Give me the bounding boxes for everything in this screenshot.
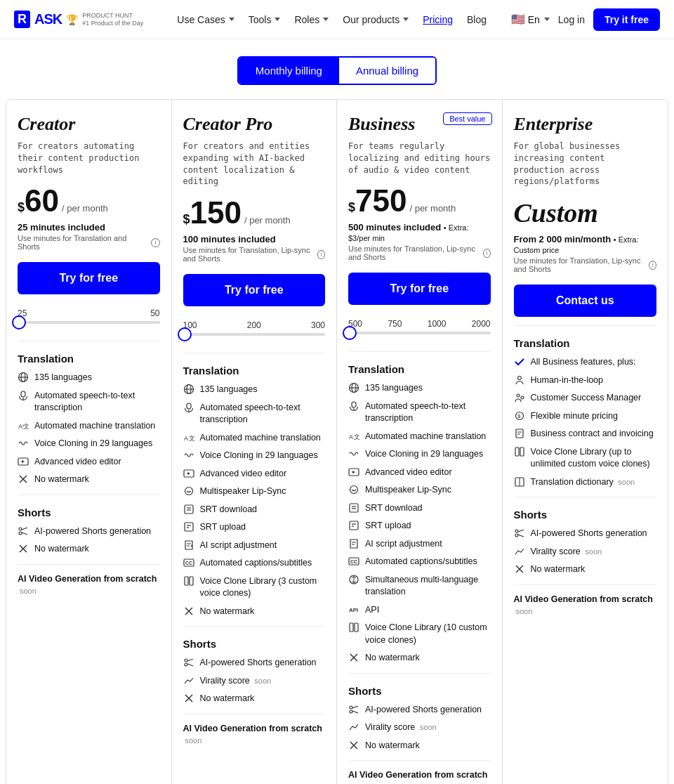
feature-label: AI-powered Shorts generation [200, 657, 317, 669]
feature-item: No watermark [348, 740, 491, 752]
feature-label: No watermark [531, 563, 586, 576]
feature-item: Virality score soon [514, 546, 657, 558]
svg-text:API: API [349, 607, 358, 613]
business-info-icon[interactable]: i [483, 249, 491, 258]
price-amount: 60 [25, 185, 59, 216]
feature-label: Voice Clone Library (3 custom voice clon… [200, 575, 326, 600]
voice-clone-icon [183, 450, 194, 461]
svg-rect-83 [516, 429, 523, 438]
svg-rect-49 [352, 402, 356, 407]
creator-slider-track[interactable] [18, 321, 160, 324]
feature-item: 135 languages [348, 382, 491, 395]
plan-business-price: $ 750 / per month [348, 185, 491, 216]
feature-item: No watermark [18, 473, 160, 486]
svg-line-43 [187, 664, 193, 666]
creator-pro-info-icon[interactable]: i [317, 250, 325, 259]
nav-products[interactable]: Our products [337, 10, 414, 30]
nav-blog[interactable]: Blog [461, 10, 492, 30]
manager-icon [514, 392, 525, 403]
feature-label: Voice Clone Library (up to unlimited cus… [531, 446, 657, 471]
svg-point-25 [185, 488, 192, 495]
monthly-billing-button[interactable]: Monthly billing [239, 58, 339, 84]
business-slider: 500 750 1000 2000 [348, 313, 491, 343]
plan-enterprise: Enterprise For global businesses increas… [503, 100, 668, 784]
video-editor-icon [348, 466, 359, 478]
feature-label: No watermark [365, 652, 420, 665]
video-editor-icon [183, 468, 194, 479]
nav-use-cases[interactable]: Use Cases [171, 10, 239, 30]
creator-pro-cta-button[interactable]: Try for free [183, 274, 326, 306]
nav-roles[interactable]: Roles [289, 10, 334, 30]
nav-tools[interactable]: Tools [243, 10, 286, 30]
try-free-nav-button[interactable]: Try it free [593, 8, 660, 31]
feature-item: SRT download [183, 504, 326, 516]
feature-item: Advanced video editor [183, 468, 326, 481]
svg-text:文: 文 [23, 423, 29, 430]
language-selector[interactable]: 🇺🇸 En [511, 13, 550, 26]
lipsync-icon [183, 485, 194, 497]
slider-label: 200 [247, 320, 261, 330]
creator-pro-slider-track[interactable] [183, 333, 326, 336]
nav-pricing[interactable]: Pricing [417, 10, 458, 30]
feature-label: No watermark [200, 606, 255, 618]
feature-label: Customer Success Manager [531, 392, 642, 405]
soon-badge: soon [516, 607, 533, 615]
price-dollar: $ [18, 200, 25, 215]
price-period: / per month [62, 203, 108, 214]
login-link[interactable]: Log in [558, 14, 585, 25]
feature-item: Voice Clone Library (3 custom voice clon… [183, 575, 326, 600]
srt-upload-icon [183, 521, 194, 533]
enterprise-info-icon[interactable]: i [649, 261, 656, 270]
svg-point-79 [517, 394, 520, 397]
soon-badge: soon [618, 478, 635, 486]
slider-max: 50 [150, 308, 159, 318]
feature-item: AI-powered Shorts generation [514, 528, 657, 540]
soon-badge: soon [185, 736, 202, 745]
feature-item: Voice Clone Library (10 custom voice clo… [348, 622, 491, 646]
feature-item: No watermark [348, 652, 491, 665]
svg-point-41 [185, 663, 187, 666]
trophy-icon: 🏆 [66, 14, 78, 25]
svg-rect-36 [185, 577, 188, 585]
feature-label: AI-powered Shorts generation [365, 704, 482, 717]
enterprise-cta-button[interactable]: Contact us [514, 285, 657, 317]
feature-item: AI Video Generation from scratch soon [348, 769, 491, 784]
plan-creator-pro-desc: For creators and entities expanding with… [183, 141, 326, 188]
plan-business: Best value Business For teams regularly … [337, 100, 503, 784]
feature-label: AI script adjustment [200, 540, 277, 552]
plan-creator-pro: Creator Pro For creators and entities ex… [172, 100, 338, 784]
speech-icon [348, 400, 359, 412]
logo[interactable]: R ASK 🏆 PRODUCT HUNT#1 Product of the Da… [14, 11, 143, 28]
feature-label: AI Video Generation from scratch soon [514, 594, 657, 618]
feature-item: CC Automated captions/subtitles [348, 556, 491, 568]
svg-line-75 [352, 711, 358, 713]
scissors-icon [18, 525, 29, 537]
creator-pro-slider: 100 200 300 [183, 315, 326, 344]
creator-info-icon[interactable]: i [151, 238, 160, 247]
feature-item: API API [348, 604, 491, 617]
feature-item: AI-powered Shorts generation [348, 704, 491, 717]
svg-rect-58 [350, 521, 358, 530]
feature-item: A文 Automated machine translation [183, 432, 326, 445]
creator-slider: 25 50 [18, 303, 160, 332]
feature-label: Advanced video editor [34, 456, 121, 469]
plan-enterprise-price: Custom [514, 197, 657, 228]
svg-point-54 [350, 486, 358, 494]
voice-clone-icon [18, 438, 29, 449]
feature-label: Automated speech-to-text transcription [365, 400, 491, 425]
creator-pro-minutes-sub: Use minutes for Translation, Lip-sync an… [183, 246, 326, 263]
creator-cta-button[interactable]: Try for free [18, 262, 160, 294]
price-custom: Custom [514, 197, 598, 228]
feature-item: Voice Cloning in 29 languages [348, 448, 491, 461]
svg-point-72 [350, 706, 352, 709]
globe-icon [348, 382, 359, 393]
svg-line-74 [352, 706, 358, 708]
annual-billing-button[interactable]: Annual billing [339, 58, 435, 84]
translate-icon: A文 [18, 420, 29, 431]
feature-item: Voice Clone Library (up to unlimited cus… [514, 446, 657, 471]
feature-label: Automated machine translation [200, 432, 321, 445]
business-cta-button[interactable]: Try for free [348, 273, 491, 305]
feature-item: AI Video Generation from scratch soon [514, 594, 657, 618]
feature-item: Multispeaker Lip-Sync [348, 484, 491, 497]
business-slider-track[interactable] [348, 332, 491, 334]
